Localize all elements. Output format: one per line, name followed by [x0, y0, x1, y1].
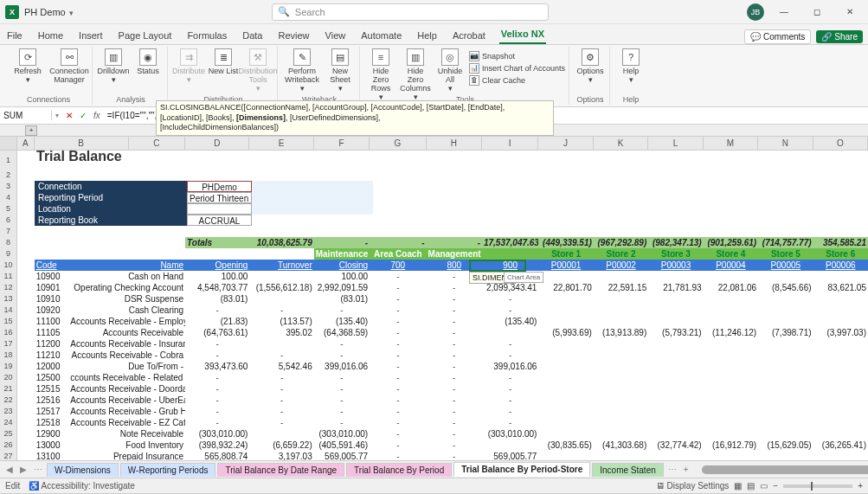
- spreadsheet-grid[interactable]: 1Trial Balance23ConnectionPHDemo4Reporti…: [0, 151, 868, 460]
- cell-value[interactable]: [758, 372, 813, 383]
- cell-value[interactable]: [758, 293, 813, 305]
- cell-value[interactable]: [594, 417, 648, 428]
- cell-value[interactable]: -: [482, 395, 538, 406]
- sheet-nav-prev[interactable]: ▶: [17, 465, 29, 474]
- cell-value[interactable]: -: [185, 383, 249, 395]
- cell-value[interactable]: [648, 338, 703, 350]
- row-header[interactable]: 23: [0, 406, 17, 417]
- row-header[interactable]: 24: [0, 417, 17, 428]
- cell-value[interactable]: -: [482, 293, 538, 305]
- cell-value[interactable]: -: [249, 350, 313, 361]
- cell-value[interactable]: [249, 338, 313, 350]
- document-title[interactable]: PH Demo▾: [24, 7, 74, 17]
- cell-code[interactable]: 12500: [35, 372, 69, 383]
- data-row[interactable]: 2112515Accounts Receivable - Doordash---…: [0, 383, 868, 395]
- cell-value[interactable]: (30,835.65): [538, 439, 593, 451]
- cell-value[interactable]: [813, 350, 868, 361]
- view-normal-button[interactable]: ▦: [734, 481, 742, 491]
- row-header[interactable]: 26: [0, 439, 17, 451]
- cell-value[interactable]: [813, 428, 868, 439]
- data-row[interactable]: 1410920Cash Clearing------: [0, 305, 868, 316]
- cell-value[interactable]: -: [482, 383, 538, 395]
- cell-value[interactable]: (6,659.22): [249, 439, 313, 451]
- cell-value[interactable]: (83.01): [314, 293, 370, 305]
- row-header[interactable]: 15: [0, 316, 17, 327]
- horizontal-scrollbar[interactable]: [702, 465, 865, 474]
- cell-value[interactable]: -: [427, 383, 482, 395]
- row-header[interactable]: 13: [0, 293, 17, 305]
- data-row[interactable]: 1611105Accounts Receivable(64,763.61)395…: [0, 327, 868, 338]
- cell-value[interactable]: -: [482, 372, 538, 383]
- col-store-header[interactable]: P00005: [758, 260, 813, 271]
- col-turnover-header[interactable]: Turnover: [249, 260, 313, 271]
- cell-value[interactable]: (303,010.00): [185, 428, 249, 439]
- cell-value[interactable]: [648, 428, 703, 439]
- sheet-nav-menu[interactable]: ⋯: [665, 465, 679, 474]
- cell-value[interactable]: [538, 451, 593, 460]
- data-row[interactable]: 2512900Note Receivable(303,010.00)(303,0…: [0, 428, 868, 439]
- cell-value[interactable]: [538, 395, 593, 406]
- cell-value[interactable]: -: [185, 350, 249, 361]
- zoom-out-button[interactable]: −: [773, 481, 778, 491]
- row-header[interactable]: 5: [0, 203, 17, 215]
- perform-writeback-button[interactable]: ✎Perform Writeback ▾: [283, 48, 321, 93]
- cell-value[interactable]: [704, 451, 758, 460]
- name-box-dropdown[interactable]: ▾: [52, 112, 62, 119]
- cell-value[interactable]: 2,992,091.59: [314, 282, 370, 293]
- cell-value[interactable]: -: [314, 338, 370, 350]
- tab-automate[interactable]: Automate: [359, 27, 403, 44]
- status-button[interactable]: ◉Status: [132, 48, 164, 76]
- col-O[interactable]: O: [813, 137, 868, 150]
- cell-code[interactable]: 10910: [35, 293, 69, 305]
- cell-value[interactable]: [704, 316, 758, 327]
- cell-value[interactable]: [758, 338, 813, 350]
- row-header[interactable]: 19: [0, 361, 17, 372]
- cell-value[interactable]: (5,793.21): [648, 327, 703, 338]
- cell-value[interactable]: [648, 372, 703, 383]
- cell-value[interactable]: [813, 316, 868, 327]
- options-button[interactable]: ⚙Options ▾: [575, 48, 606, 85]
- cell-value[interactable]: 100.00: [185, 271, 249, 282]
- cell-name[interactable]: Accounts Receivable: [68, 327, 185, 338]
- row-header[interactable]: 1: [0, 151, 17, 170]
- cell-code[interactable]: 12517: [35, 406, 69, 417]
- cell-value[interactable]: (405,591.46): [314, 439, 370, 451]
- cancel-formula-button[interactable]: ✕: [62, 111, 76, 120]
- cell-code[interactable]: 11210: [35, 350, 69, 361]
- col-opening-header[interactable]: Opening: [185, 260, 249, 271]
- cell-value[interactable]: (8,545.66): [758, 282, 813, 293]
- cell-value[interactable]: -: [185, 338, 249, 350]
- clear-cache-button[interactable]: 🗑Clear Cache: [469, 74, 565, 86]
- cell-value[interactable]: -: [370, 451, 426, 460]
- data-row[interactable]: 1711200Accounts Receivable - Insurance--…: [0, 338, 868, 350]
- tab-insert[interactable]: Insert: [77, 27, 105, 44]
- cell-value[interactable]: [648, 361, 703, 372]
- cell-value[interactable]: [758, 395, 813, 406]
- refresh-button[interactable]: ⟳Refresh ▾: [9, 48, 47, 85]
- data-row[interactable]: 2312517Accounts Receivable - Grub Hub---…: [0, 406, 868, 417]
- meta-value[interactable]: ACCRUAL: [187, 215, 252, 226]
- cell-name[interactable]: Accounts Receivable - Doordash: [68, 383, 185, 395]
- cell-value[interactable]: [813, 395, 868, 406]
- cell-value[interactable]: [594, 383, 648, 395]
- cell-value[interactable]: (3,997.03): [813, 327, 868, 338]
- view-pagelayout-button[interactable]: ▤: [747, 481, 755, 491]
- cell-value[interactable]: [594, 338, 648, 350]
- share-button[interactable]: 🔗 Share: [816, 30, 863, 43]
- cell-value[interactable]: [704, 305, 758, 316]
- meta-value[interactable]: PHDemo: [187, 181, 252, 192]
- cell-value[interactable]: -: [185, 417, 249, 428]
- cell-value[interactable]: -: [314, 305, 370, 316]
- col-800-header[interactable]: 800: [427, 260, 482, 271]
- cell-value[interactable]: 393,473.60: [185, 361, 249, 372]
- cell-value[interactable]: [648, 350, 703, 361]
- cell-value[interactable]: [813, 305, 868, 316]
- cell-value[interactable]: [648, 417, 703, 428]
- data-row[interactable]: 2212516Accounts Receivable - UberEats---…: [0, 395, 868, 406]
- cell-value[interactable]: -: [370, 316, 426, 327]
- cell-value[interactable]: [704, 428, 758, 439]
- row-header[interactable]: 27: [0, 451, 17, 460]
- cell-value[interactable]: [648, 293, 703, 305]
- cell-value[interactable]: [538, 338, 593, 350]
- cell-value[interactable]: -: [370, 305, 426, 316]
